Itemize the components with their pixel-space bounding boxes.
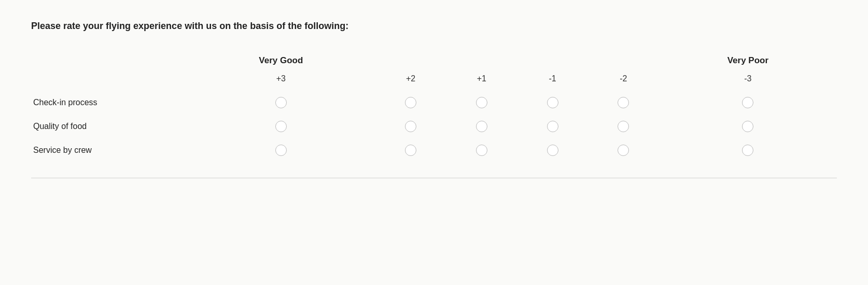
bottom-divider xyxy=(31,178,837,178)
radio-cell-quality_food-p2 xyxy=(375,115,446,138)
header-labels-row: Very Good Very Poor xyxy=(31,50,837,71)
score-m2: -2 xyxy=(588,71,659,91)
table-row: Service by crew xyxy=(31,138,837,162)
radio-check_in-m1[interactable] xyxy=(547,97,558,108)
radio-cell-check_in-m2 xyxy=(588,91,659,115)
radio-quality_food-m1[interactable] xyxy=(547,121,558,132)
radio-cell-check_in-p3 xyxy=(187,91,375,115)
score-p2: +2 xyxy=(375,71,446,91)
very-poor-header: Very Poor xyxy=(659,50,837,71)
score-p3: +3 xyxy=(187,71,375,91)
table-row: Check-in process xyxy=(31,91,837,115)
very-good-header: Very Good xyxy=(187,50,375,71)
radio-quality_food-p1[interactable] xyxy=(476,121,487,132)
row-label-check_in: Check-in process xyxy=(31,91,187,115)
radio-cell-service_crew-m3 xyxy=(659,138,837,162)
row-label-quality_food: Quality of food xyxy=(31,115,187,138)
radio-check_in-m2[interactable] xyxy=(618,97,629,108)
radio-check_in-p3[interactable] xyxy=(275,97,287,108)
empty-header xyxy=(31,50,187,71)
radio-cell-quality_food-p1 xyxy=(446,115,517,138)
survey-title: Please rate your flying experience with … xyxy=(31,21,837,32)
radio-check_in-p2[interactable] xyxy=(405,97,416,108)
radio-service_crew-m2[interactable] xyxy=(618,145,629,156)
score-empty xyxy=(31,71,187,91)
radio-service_crew-p3[interactable] xyxy=(275,145,287,156)
radio-check_in-m3[interactable] xyxy=(742,97,753,108)
radio-cell-quality_food-m2 xyxy=(588,115,659,138)
radio-cell-quality_food-p3 xyxy=(187,115,375,138)
radio-cell-check_in-p2 xyxy=(375,91,446,115)
score-m3: -3 xyxy=(659,71,837,91)
score-header-row: +3 +2 +1 -1 -2 -3 xyxy=(31,71,837,91)
radio-cell-check_in-m3 xyxy=(659,91,837,115)
radio-cell-quality_food-m1 xyxy=(517,115,588,138)
radio-service_crew-p1[interactable] xyxy=(476,145,487,156)
radio-check_in-p1[interactable] xyxy=(476,97,487,108)
radio-cell-service_crew-m2 xyxy=(588,138,659,162)
radio-cell-check_in-m1 xyxy=(517,91,588,115)
radio-cell-service_crew-p2 xyxy=(375,138,446,162)
radio-cell-check_in-p1 xyxy=(446,91,517,115)
radio-cell-service_crew-m1 xyxy=(517,138,588,162)
score-m1: -1 xyxy=(517,71,588,91)
radio-service_crew-p2[interactable] xyxy=(405,145,416,156)
table-row: Quality of food xyxy=(31,115,837,138)
rating-table: Very Good Very Poor +3 +2 +1 -1 -2 -3 Ch… xyxy=(31,50,837,162)
radio-quality_food-p3[interactable] xyxy=(275,121,287,132)
survey-container: Please rate your flying experience with … xyxy=(0,0,868,189)
radio-quality_food-m2[interactable] xyxy=(618,121,629,132)
radio-cell-quality_food-m3 xyxy=(659,115,837,138)
score-p1: +1 xyxy=(446,71,517,91)
radio-cell-service_crew-p3 xyxy=(187,138,375,162)
radio-service_crew-m3[interactable] xyxy=(742,145,753,156)
radio-service_crew-m1[interactable] xyxy=(547,145,558,156)
row-label-service_crew: Service by crew xyxy=(31,138,187,162)
radio-quality_food-m3[interactable] xyxy=(742,121,753,132)
spacer-header xyxy=(375,50,659,71)
radio-quality_food-p2[interactable] xyxy=(405,121,416,132)
radio-cell-service_crew-p1 xyxy=(446,138,517,162)
